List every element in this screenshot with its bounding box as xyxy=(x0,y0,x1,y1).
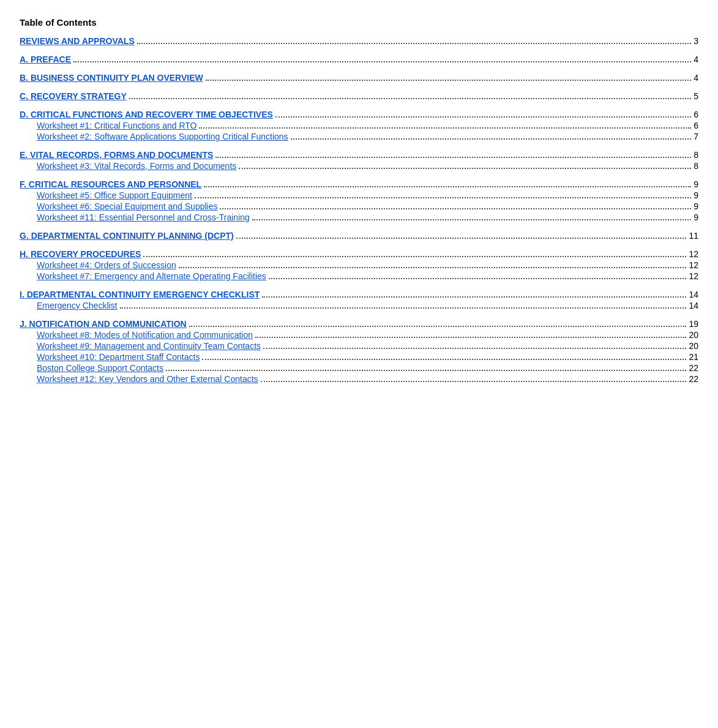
toc-link-ws11[interactable]: Worksheet #11: Essential Personnel and C… xyxy=(37,212,250,222)
toc-entry-dept-continuity: G. DEPARTMENTAL CONTINUITY PLANNING (DCP… xyxy=(20,231,698,241)
toc-link-ws4[interactable]: Worksheet #4: Orders of Succession xyxy=(37,260,176,270)
toc-dots-vital-records xyxy=(215,157,691,158)
toc-entry-ws12: Worksheet #12: Key Vendors and Other Ext… xyxy=(20,374,698,384)
toc-dots-ws1 xyxy=(199,127,691,129)
toc-entry-ws9: Worksheet #9: Management and Continuity … xyxy=(20,341,698,351)
toc-page-vital-records: 8 xyxy=(694,150,698,160)
toc-dots-recovery-procedures xyxy=(143,256,686,257)
toc-page-ws1: 6 xyxy=(694,121,698,130)
toc-page-notification: 19 xyxy=(689,319,698,329)
toc-link-dept-continuity[interactable]: G. DEPARTMENTAL CONTINUITY PLANNING (DCP… xyxy=(20,231,234,241)
toc-section-reviews: REVIEWS AND APPROVALS3 xyxy=(20,36,698,46)
toc-link-critical-resources[interactable]: F. CRITICAL RESOURCES AND PERSONNEL xyxy=(20,179,201,189)
toc-dots-ws12 xyxy=(261,381,687,382)
toc-dots-ws4 xyxy=(179,267,687,268)
toc-page-bc-support: 22 xyxy=(689,363,698,373)
toc-section-notification: J. NOTIFICATION AND COMMUNICATION19Works… xyxy=(20,319,698,384)
toc-page-ws5: 9 xyxy=(694,190,698,200)
toc-entries: REVIEWS AND APPROVALS3A. PREFACE4B. BUSI… xyxy=(20,36,698,384)
toc-entry-reviews: REVIEWS AND APPROVALS3 xyxy=(20,36,698,46)
toc-link-ws3[interactable]: Worksheet #3: Vital Records, Forms and D… xyxy=(37,161,236,171)
toc-entry-ws6: Worksheet #6: Special Equipment and Supp… xyxy=(20,201,698,211)
toc-link-preface[interactable]: A. PREFACE xyxy=(20,54,71,64)
toc-entry-ws11: Worksheet #11: Essential Personnel and C… xyxy=(20,212,698,222)
toc-entry-ws8: Worksheet #8: Modes of Notification and … xyxy=(20,330,698,340)
toc-dots-bcp-overview xyxy=(206,80,691,81)
toc-dots-preface xyxy=(73,61,691,62)
toc-link-ws6[interactable]: Worksheet #6: Special Equipment and Supp… xyxy=(37,201,217,211)
toc-page-ws4: 12 xyxy=(689,260,698,270)
toc-dots-critical-resources xyxy=(204,186,691,187)
toc-entry-ws10: Worksheet #10: Department Staff Contacts… xyxy=(20,352,698,362)
toc-link-recovery-procedures[interactable]: H. RECOVERY PROCEDURES xyxy=(20,249,141,259)
toc-page-bcp-overview: 4 xyxy=(694,73,698,83)
toc-entry-bcp-overview: B. BUSINESS CONTINUITY PLAN OVERVIEW4 xyxy=(20,73,698,83)
toc-section-recovery-procedures: H. RECOVERY PROCEDURES12Worksheet #4: Or… xyxy=(20,249,698,281)
toc-dots-ws8 xyxy=(255,337,686,338)
toc-section-vital-records: E. VITAL RECORDS, FORMS AND DOCUMENTS8Wo… xyxy=(20,150,698,171)
toc-link-bcp-overview[interactable]: B. BUSINESS CONTINUITY PLAN OVERVIEW xyxy=(20,73,203,83)
toc-section-dept-continuity: G. DEPARTMENTAL CONTINUITY PLANNING (DCP… xyxy=(20,231,698,241)
toc-page-dept-continuity: 11 xyxy=(689,231,698,241)
toc-section-critical-resources: F. CRITICAL RESOURCES AND PERSONNEL9Work… xyxy=(20,179,698,222)
toc-dots-recovery-strategy xyxy=(129,98,691,99)
toc-dots-dept-continuity xyxy=(236,238,687,239)
toc-entry-ws5: Worksheet #5: Office Support Equipment9 xyxy=(20,190,698,200)
toc-section-emergency-checklist: I. DEPARTMENTAL CONTINUITY EMERGENCY CHE… xyxy=(20,290,698,310)
toc-page-critical-resources: 9 xyxy=(694,179,698,189)
toc-entry-recovery-strategy: C. RECOVERY STRATEGY5 xyxy=(20,91,698,101)
toc-link-recovery-strategy[interactable]: C. RECOVERY STRATEGY xyxy=(20,91,127,101)
toc-dots-ws3 xyxy=(239,168,691,169)
toc-page-emergency-checklist: 14 xyxy=(689,290,698,299)
toc-link-ws1[interactable]: Worksheet #1: Critical Functions and RTO xyxy=(37,121,196,130)
toc-dots-ws7 xyxy=(269,278,687,279)
toc-dots-ws6 xyxy=(220,208,691,209)
toc-page-recovery-strategy: 5 xyxy=(694,91,698,101)
toc-link-reviews[interactable]: REVIEWS AND APPROVALS xyxy=(20,36,135,46)
toc-entry-emergency-checklist: I. DEPARTMENTAL CONTINUITY EMERGENCY CHE… xyxy=(20,290,698,299)
toc-page-ws8: 20 xyxy=(689,330,698,340)
toc-entry-recovery-procedures: H. RECOVERY PROCEDURES12 xyxy=(20,249,698,259)
toc-entry-ws2: Worksheet #2: Software Applications Supp… xyxy=(20,132,698,141)
toc-entry-ec: Emergency Checklist14 xyxy=(20,301,698,310)
toc-section-recovery-strategy: C. RECOVERY STRATEGY5 xyxy=(20,91,698,101)
toc-page-ec: 14 xyxy=(689,301,698,310)
toc-entry-ws3: Worksheet #3: Vital Records, Forms and D… xyxy=(20,161,698,171)
toc-link-bc-support[interactable]: Boston College Support Contacts xyxy=(37,363,163,373)
toc-page-recovery-procedures: 12 xyxy=(689,249,698,259)
toc-dots-critical-functions xyxy=(275,116,691,118)
toc-dots-ws9 xyxy=(263,348,686,349)
toc-page-reviews: 3 xyxy=(694,36,698,46)
toc-dots-bc-support xyxy=(166,370,686,371)
toc-section-bcp-overview: B. BUSINESS CONTINUITY PLAN OVERVIEW4 xyxy=(20,73,698,83)
toc-link-critical-functions[interactable]: D. CRITICAL FUNCTIONS AND RECOVERY TIME … xyxy=(20,110,273,119)
toc-dots-notification xyxy=(189,326,687,327)
toc-link-ws5[interactable]: Worksheet #5: Office Support Equipment xyxy=(37,190,192,200)
toc-entry-critical-functions: D. CRITICAL FUNCTIONS AND RECOVERY TIME … xyxy=(20,110,698,119)
toc-page-critical-functions: 6 xyxy=(694,110,698,119)
toc-link-ws12[interactable]: Worksheet #12: Key Vendors and Other Ext… xyxy=(37,374,258,384)
toc-link-ws10[interactable]: Worksheet #10: Department Staff Contacts xyxy=(37,352,200,362)
toc-dots-reviews xyxy=(137,43,691,44)
toc-link-ws8[interactable]: Worksheet #8: Modes of Notification and … xyxy=(37,330,253,340)
toc-entry-ws7: Worksheet #7: Emergency and Alternate Op… xyxy=(20,271,698,281)
toc-page-preface: 4 xyxy=(694,54,698,64)
toc-link-notification[interactable]: J. NOTIFICATION AND COMMUNICATION xyxy=(20,319,187,329)
toc-page-ws12: 22 xyxy=(689,374,698,384)
toc-section-critical-functions: D. CRITICAL FUNCTIONS AND RECOVERY TIME … xyxy=(20,110,698,141)
toc-link-ws2[interactable]: Worksheet #2: Software Applications Supp… xyxy=(37,132,288,141)
toc-link-ec[interactable]: Emergency Checklist xyxy=(37,301,118,310)
toc-link-ws7[interactable]: Worksheet #7: Emergency and Alternate Op… xyxy=(37,271,266,281)
toc-link-vital-records[interactable]: E. VITAL RECORDS, FORMS AND DOCUMENTS xyxy=(20,150,213,160)
toc-entry-bc-support: Boston College Support Contacts22 xyxy=(20,363,698,373)
toc-page-ws6: 9 xyxy=(694,201,698,211)
toc-entry-ws4: Worksheet #4: Orders of Succession12 xyxy=(20,260,698,270)
toc-title: Table of Contents xyxy=(20,17,698,28)
toc-entry-ws1: Worksheet #1: Critical Functions and RTO… xyxy=(20,121,698,130)
toc-page-ws7: 12 xyxy=(689,271,698,281)
toc-entry-critical-resources: F. CRITICAL RESOURCES AND PERSONNEL9 xyxy=(20,179,698,189)
toc-link-emergency-checklist[interactable]: I. DEPARTMENTAL CONTINUITY EMERGENCY CHE… xyxy=(20,290,260,299)
toc-link-ws9[interactable]: Worksheet #9: Management and Continuity … xyxy=(37,341,261,351)
toc-dots-emergency-checklist xyxy=(262,296,686,298)
toc-dots-ws11 xyxy=(252,219,691,220)
